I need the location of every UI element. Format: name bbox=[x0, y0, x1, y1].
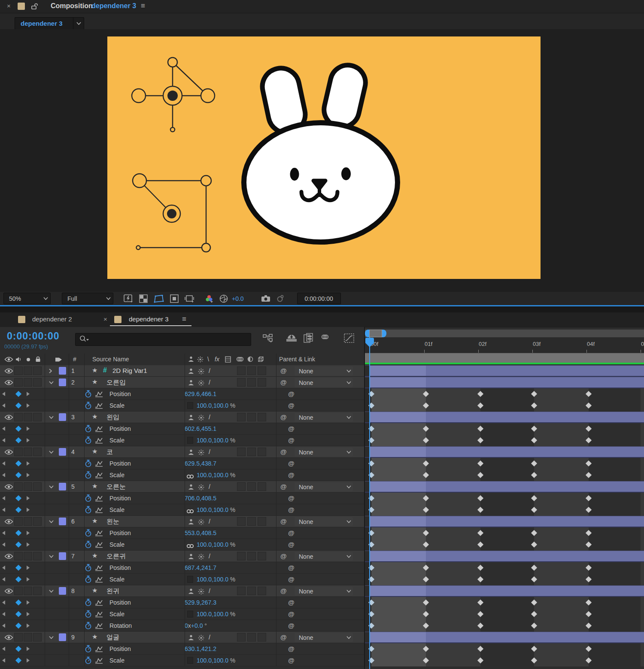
panel-menu-icon[interactable]: ≡ bbox=[182, 315, 186, 324]
prev-keyframe-icon[interactable] bbox=[2, 612, 5, 616]
next-keyframe-icon[interactable] bbox=[27, 427, 30, 431]
sampling-switch-icon[interactable]: / bbox=[209, 518, 210, 525]
layer-duration-bar[interactable] bbox=[365, 365, 644, 377]
parent-pickwhip-icon[interactable]: @ bbox=[280, 483, 287, 490]
collapse-layer-icon[interactable] bbox=[49, 451, 54, 454]
collapse-layer-icon[interactable] bbox=[49, 485, 54, 488]
keyframe-track[interactable] bbox=[365, 388, 644, 400]
constrain-proportions-checkbox[interactable] bbox=[187, 576, 193, 583]
keyframe-at-current-time-icon[interactable] bbox=[15, 403, 21, 409]
layer-name[interactable]: 오른입 bbox=[106, 378, 126, 387]
layer-switch-cell[interactable] bbox=[258, 448, 266, 456]
layer-switch-cell[interactable] bbox=[237, 366, 246, 375]
keyframe-track[interactable] bbox=[365, 608, 644, 620]
navigator-handle-right[interactable] bbox=[382, 330, 386, 337]
parent-pickwhip-icon[interactable]: @ bbox=[280, 378, 287, 386]
keyframe-diamond[interactable] bbox=[423, 472, 429, 478]
layer-name[interactable]: 2D Rig Var1 bbox=[112, 367, 147, 374]
parent-pickwhip-icon[interactable]: @ bbox=[280, 518, 287, 525]
keyframe-diamond[interactable] bbox=[477, 391, 483, 397]
transparency-grid-icon[interactable] bbox=[139, 294, 148, 303]
prev-keyframe-icon[interactable] bbox=[2, 600, 5, 605]
stopwatch-icon[interactable] bbox=[85, 645, 92, 653]
keyframe-track[interactable] bbox=[365, 458, 644, 469]
keyframe-diamond[interactable] bbox=[531, 623, 537, 629]
property-row[interactable]: Scale100.0,100.0 %@ bbox=[0, 655, 644, 666]
property-row[interactable]: Position706.0,408.5@ bbox=[0, 493, 644, 504]
layer-name[interactable]: 왼입 bbox=[106, 413, 119, 421]
keyframe-diamond[interactable] bbox=[586, 611, 592, 617]
property-pickwhip-icon[interactable]: @ bbox=[288, 506, 295, 513]
layer-label-swatch[interactable] bbox=[59, 552, 66, 560]
snapshot-icon[interactable] bbox=[261, 295, 270, 302]
panel-comp-name[interactable]: dependener 3 bbox=[91, 2, 136, 10]
keyframe-diamond[interactable] bbox=[531, 611, 537, 617]
keyframe-diamond[interactable] bbox=[477, 495, 483, 501]
layer-label-swatch[interactable] bbox=[59, 378, 66, 386]
layer-label-swatch[interactable] bbox=[59, 448, 66, 456]
layer-visibility-eye-icon[interactable] bbox=[4, 519, 13, 524]
keyframe-diamond[interactable] bbox=[423, 599, 429, 605]
stopwatch-icon[interactable] bbox=[85, 564, 92, 572]
layer-row[interactable]: 4★코/@None bbox=[0, 446, 644, 458]
stopwatch-icon[interactable] bbox=[85, 529, 92, 537]
prev-keyframe-icon[interactable] bbox=[2, 438, 5, 442]
solo-column-icon[interactable] bbox=[26, 357, 30, 362]
layer-switch-cell[interactable] bbox=[33, 378, 42, 387]
prev-keyframe-icon[interactable] bbox=[2, 427, 5, 431]
layer-switch-cell[interactable] bbox=[24, 482, 32, 491]
property-pickwhip-icon[interactable]: @ bbox=[288, 610, 295, 618]
keyframe-at-current-time-icon[interactable] bbox=[15, 542, 21, 548]
keyframe-at-current-time-icon[interactable] bbox=[15, 530, 21, 536]
shy-switch-icon[interactable] bbox=[188, 380, 194, 386]
keyframe-diamond[interactable] bbox=[477, 611, 483, 617]
keyframe-diamond[interactable] bbox=[477, 530, 483, 536]
keyframe-diamond[interactable] bbox=[531, 657, 537, 663]
property-row[interactable]: Position629.6,466.1@ bbox=[0, 388, 644, 400]
graph-toggle-icon[interactable] bbox=[95, 460, 103, 467]
quality-switch-icon[interactable] bbox=[198, 368, 204, 375]
exposure-reset-icon[interactable] bbox=[219, 294, 228, 303]
keyframe-diamond[interactable] bbox=[586, 460, 592, 466]
timeline-navigator-track[interactable] bbox=[365, 330, 644, 337]
layer-visibility-eye-icon[interactable] bbox=[4, 554, 13, 559]
layer-switch-cell[interactable] bbox=[258, 366, 266, 375]
stopwatch-icon[interactable] bbox=[85, 506, 92, 514]
layer-duration-bar[interactable] bbox=[365, 481, 644, 493]
keyframe-diamond[interactable] bbox=[586, 646, 592, 652]
property-name[interactable]: Rotation bbox=[109, 622, 132, 629]
panel-menu-icon[interactable]: ≡ bbox=[141, 2, 145, 10]
keyframe-diamond[interactable] bbox=[531, 542, 537, 548]
keyframe-diamond[interactable] bbox=[423, 542, 429, 548]
property-row[interactable]: Scale100.0,100.0 %@ bbox=[0, 574, 644, 585]
graph-toggle-icon[interactable] bbox=[95, 657, 103, 664]
layer-name[interactable]: 얼굴 bbox=[106, 633, 119, 642]
property-row[interactable]: Position630.1,421.2@ bbox=[0, 643, 644, 655]
layer-duration-bar[interactable] bbox=[365, 446, 644, 458]
tab-dependener-2[interactable]: dependener 2 bbox=[32, 315, 72, 323]
stopwatch-icon[interactable] bbox=[85, 610, 92, 618]
mask-visibility-icon[interactable] bbox=[170, 294, 179, 303]
property-name[interactable]: Scale bbox=[109, 541, 125, 548]
layer-switch-cell[interactable] bbox=[237, 482, 246, 491]
keyframe-diamond[interactable] bbox=[477, 426, 483, 432]
keyframe-diamond[interactable] bbox=[586, 472, 592, 478]
next-keyframe-icon[interactable] bbox=[27, 658, 30, 663]
property-row[interactable]: Position529.9,267.3@ bbox=[0, 597, 644, 608]
keyframe-track[interactable] bbox=[365, 655, 644, 666]
collapse-column-icon[interactable] bbox=[197, 356, 204, 363]
graph-toggle-icon[interactable] bbox=[95, 565, 103, 571]
collapse-layer-icon[interactable] bbox=[49, 590, 54, 593]
layer-switch-cell[interactable] bbox=[247, 366, 256, 375]
property-value[interactable]: 100.0,100.0 % bbox=[197, 611, 235, 618]
layer-row[interactable]: 3★왼입/@None bbox=[0, 412, 644, 423]
property-pickwhip-icon[interactable]: @ bbox=[288, 564, 295, 571]
keyframe-diamond[interactable] bbox=[477, 576, 483, 582]
sampling-switch-icon[interactable]: / bbox=[209, 379, 210, 386]
layer-name[interactable]: 오른눈 bbox=[106, 483, 126, 491]
quality-switch-icon[interactable] bbox=[198, 635, 204, 641]
keyframe-at-current-time-icon[interactable] bbox=[15, 611, 21, 617]
layer-switch-cell[interactable] bbox=[258, 378, 266, 387]
sampling-switch-icon[interactable]: / bbox=[209, 414, 210, 421]
keyframe-diamond[interactable] bbox=[586, 542, 592, 548]
